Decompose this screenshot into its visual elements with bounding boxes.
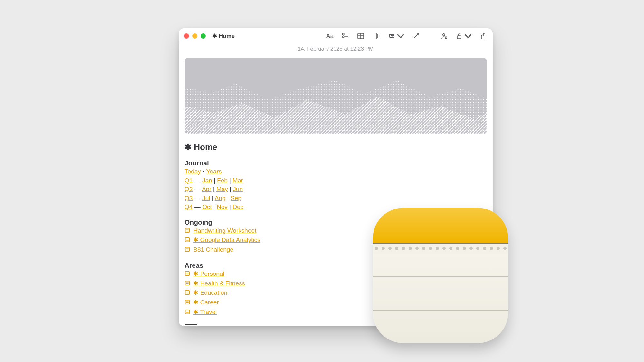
journal-heading: Journal xyxy=(185,159,487,167)
note-timestamp: 14. February 2025 at 12:23 PM xyxy=(179,46,493,52)
link-jul[interactable]: Jul xyxy=(202,195,210,201)
link-today[interactable]: Today xyxy=(185,168,201,175)
link-q1[interactable]: Q1 xyxy=(185,177,193,184)
image-icon xyxy=(388,32,395,40)
toolbar: Aa xyxy=(326,32,488,40)
svg-point-2 xyxy=(342,36,344,38)
link-area-0[interactable]: ✱ Personal xyxy=(193,270,224,277)
note-link-icon xyxy=(185,299,190,308)
svg-rect-26 xyxy=(185,238,190,242)
minimize-window-button[interactable] xyxy=(192,33,197,39)
svg-rect-41 xyxy=(185,300,190,304)
hero-image xyxy=(185,58,487,134)
note-link-icon xyxy=(185,246,190,255)
link-area-1[interactable]: ✱ Health & Fitness xyxy=(193,280,245,287)
audio-button[interactable] xyxy=(372,32,380,40)
link-apr[interactable]: Apr xyxy=(202,186,212,192)
svg-rect-23 xyxy=(185,228,190,232)
link-area-3[interactable]: ✱ Career xyxy=(193,299,219,306)
journal-q3-line: Q3 — Jul | Aug | Sep xyxy=(185,194,487,203)
link-nov[interactable]: Nov xyxy=(217,203,228,210)
collaborate-icon xyxy=(440,32,448,40)
link-q2[interactable]: Q2 xyxy=(185,186,193,192)
window-controls xyxy=(184,33,206,39)
appicon-header xyxy=(373,208,508,243)
link-ongoing-2[interactable]: B81 Challenge xyxy=(193,246,233,253)
svg-rect-29 xyxy=(185,247,190,252)
note-link-icon xyxy=(185,289,190,298)
svg-rect-35 xyxy=(185,281,190,285)
appicon-paper xyxy=(373,254,508,343)
share-icon xyxy=(480,32,488,40)
link-jan[interactable]: Jan xyxy=(202,177,212,184)
svg-rect-12 xyxy=(389,34,394,38)
wand-icon xyxy=(412,32,420,40)
table-button[interactable] xyxy=(357,32,365,40)
link-years[interactable]: Years xyxy=(206,168,222,175)
notes-app-icon xyxy=(373,208,508,343)
share-button[interactable] xyxy=(480,32,488,40)
journal-today-line: Today • Years xyxy=(185,167,487,176)
link-feb[interactable]: Feb xyxy=(217,177,228,184)
fullscreen-window-button[interactable] xyxy=(201,33,206,39)
cleanup-button[interactable] xyxy=(412,32,420,40)
divider xyxy=(185,324,197,325)
chevron-down-icon xyxy=(464,32,472,40)
window-title: ✱ Home xyxy=(212,32,235,40)
note-link-icon xyxy=(185,270,190,279)
checklist-button[interactable] xyxy=(341,32,349,40)
link-ongoing-0[interactable]: Handwriting Worksheet xyxy=(193,227,256,234)
link-ongoing-1[interactable]: ✱ Google Data Analytics xyxy=(193,237,260,243)
link-sep[interactable]: Sep xyxy=(231,195,242,201)
link-aug[interactable]: Aug xyxy=(215,195,226,201)
note-title: ✱ Home xyxy=(185,142,487,152)
link-may[interactable]: May xyxy=(216,186,228,192)
svg-rect-32 xyxy=(185,272,190,276)
lock-icon xyxy=(455,32,463,40)
titlebar: ✱ Home Aa xyxy=(179,28,493,44)
link-q4[interactable]: Q4 xyxy=(185,203,193,210)
note-link-icon xyxy=(185,227,190,236)
checklist-icon xyxy=(341,32,349,40)
svg-point-14 xyxy=(443,34,445,36)
svg-rect-44 xyxy=(185,310,190,314)
link-area-2[interactable]: ✱ Education xyxy=(193,289,227,296)
appicon-perforation xyxy=(373,243,508,254)
chevron-down-icon xyxy=(397,32,404,40)
format-button[interactable]: Aa xyxy=(326,32,334,40)
media-button[interactable] xyxy=(388,32,404,40)
link-oct[interactable]: Oct xyxy=(202,203,212,210)
svg-rect-18 xyxy=(457,36,461,39)
lock-button[interactable] xyxy=(455,32,472,40)
collaborate-button[interactable] xyxy=(440,32,448,40)
link-jun[interactable]: Jun xyxy=(233,186,243,192)
journal-q1-line: Q1 — Jan | Feb | Mar xyxy=(185,176,487,185)
link-area-4[interactable]: ✱ Travel xyxy=(193,309,217,315)
note-link-icon xyxy=(185,308,190,317)
table-icon xyxy=(357,32,365,40)
link-mar[interactable]: Mar xyxy=(232,177,243,184)
link-dec[interactable]: Dec xyxy=(232,203,243,210)
hero-pattern xyxy=(185,58,487,134)
note-link-icon xyxy=(185,236,190,245)
svg-rect-38 xyxy=(185,291,190,295)
close-window-button[interactable] xyxy=(184,33,189,39)
note-link-icon xyxy=(185,280,190,289)
journal-q2-line: Q2 — Apr | May | Jun xyxy=(185,185,487,194)
link-q3[interactable]: Q3 xyxy=(185,195,193,201)
waveform-icon xyxy=(372,32,380,40)
